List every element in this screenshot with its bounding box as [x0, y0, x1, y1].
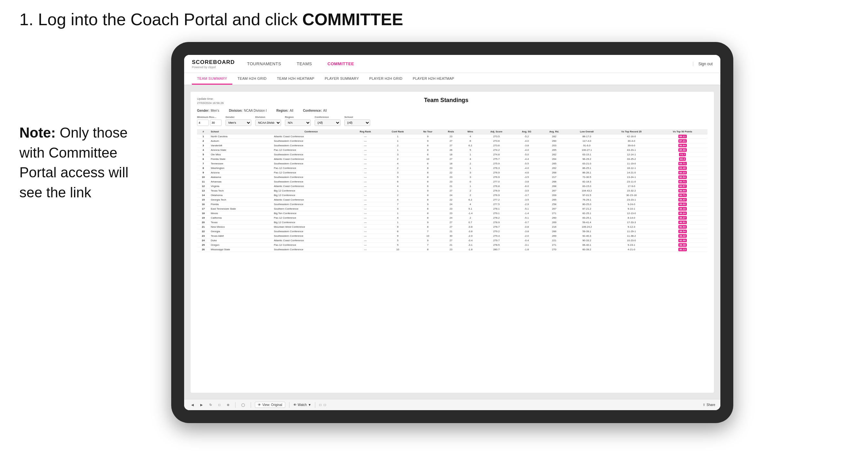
cell-school: Virginia [210, 184, 273, 189]
region-value: All [290, 109, 293, 113]
cell-rank: 5 [197, 152, 210, 157]
cell-conference: Pac-12 Conference [273, 170, 350, 175]
cell-conference: Big 12 Conference [273, 193, 350, 198]
cell-points: 60.57 [657, 184, 708, 189]
cell-conf-rank: 2 [381, 157, 414, 161]
cell-vs-top: 4-21-0 [606, 247, 657, 252]
division-select[interactable]: NCAA Division I [255, 120, 281, 126]
toolbar-reload[interactable]: ↻ [207, 402, 214, 408]
sign-out-link[interactable]: Sign out [693, 62, 713, 66]
cell-rnds: 24 [441, 216, 461, 220]
cell-low-overall: 76-29.1 [568, 198, 606, 202]
cell-rank: 21 [197, 225, 210, 229]
cell-adj-score: 277.5 [480, 202, 513, 207]
share-button[interactable]: ⇧ Share [703, 403, 715, 407]
cell-points: 60.94 [657, 175, 708, 180]
cell-wins: -3.8 [461, 229, 480, 234]
cell-rnds: 21 [441, 229, 461, 234]
cell-adj-score: 279.4 [480, 234, 513, 238]
cell-rank: 16 [197, 202, 210, 207]
cell-conference: Big 12 Conference [273, 189, 350, 193]
cell-conference: Southeastern Conference [273, 175, 350, 180]
gender-select[interactable]: Men's [225, 120, 251, 126]
subnav-player-h2h-heatmap[interactable]: PLAYER H2H HEATMAP [408, 73, 459, 85]
cell-avg-sg: -4.6 [513, 170, 540, 175]
table-row: 17 East Tennessee State Southern Confere… [197, 207, 708, 211]
cell-conference: Southeastern Conference [273, 202, 350, 207]
cell-school: Tennessee [210, 161, 273, 166]
cell-wins: -1.4 [461, 211, 480, 216]
tablet-screen: SCOREBOARD Powered by clippd TOURNAMENTS… [184, 55, 720, 410]
cell-wins: 0.7 [461, 220, 480, 225]
scoreboard-logo: SCOREBOARD Powered by clippd [192, 59, 235, 69]
cell-wins: 1 [461, 184, 480, 189]
cell-low-overall: 96-29.2 [568, 157, 606, 161]
subnav-team-h2h-heatmap[interactable]: TEAM H2H HEATMAP [272, 73, 319, 85]
cell-rank: 4 [197, 148, 210, 152]
cell-vs-top: 30-4-0 [606, 139, 657, 144]
region-control-label: Region [285, 116, 311, 119]
min-rounds-max-input[interactable] [210, 120, 222, 126]
cell-avg-sg: -2.9 [513, 202, 540, 207]
cell-no-tour: 6 [414, 184, 441, 189]
toolbar-forward[interactable]: ▶ [198, 402, 205, 408]
cell-no-tour: 10 [414, 157, 441, 161]
main-content: Update time: 27/03/2024 16:56:26 Team St… [184, 85, 720, 399]
update-time-label: Update time: [197, 97, 214, 100]
conference-select[interactable]: (All) [315, 120, 340, 126]
subnav-team-summary[interactable]: TEAM SUMMARY [192, 73, 232, 85]
cell-conference: Southeastern Conference [273, 229, 350, 234]
subnav-team-h2h-grid[interactable]: TEAM H2H GRID [232, 73, 272, 85]
view-original-button[interactable]: 👁 View: Original [255, 402, 285, 408]
toolbar-back[interactable]: ◀ [189, 402, 196, 408]
cell-avg-rd: 258 [540, 202, 568, 207]
school-select[interactable]: (All) [344, 120, 370, 126]
cell-vs-top: 39-6-0 [606, 144, 657, 148]
col-reg-rank: Reg Rank [349, 129, 381, 134]
watch-label: Watch [298, 403, 307, 407]
cell-reg-rank: — [349, 198, 381, 202]
min-rounds-min-input[interactable] [197, 120, 209, 126]
nav-committee[interactable]: COMMITTEE [325, 60, 357, 67]
cell-no-tour: 9 [414, 202, 441, 207]
watch-button[interactable]: 👁 Watch ▼ [293, 403, 311, 407]
subnav-player-h2h-grid[interactable]: PLAYER H2H GRID [364, 73, 408, 85]
cell-reg-rank: — [349, 152, 381, 157]
cell-wins: 0 [461, 180, 480, 184]
nav-teams[interactable]: TEAMS [294, 60, 314, 67]
cell-conference: Atlantic Coast Conference [273, 238, 350, 243]
region-select[interactable]: N/A [285, 120, 311, 126]
subnav-player-summary[interactable]: PLAYER SUMMARY [319, 73, 364, 85]
table-head: # School Conference Reg Rank Conf Rank N… [197, 129, 708, 134]
cell-rank: 2 [197, 139, 210, 144]
cell-low-overall: 88-17.0 [568, 134, 606, 139]
cell-avg-rd: 217 [540, 175, 568, 180]
bottom-toolbar: ◀ ▶ ↻ □ ⊕ ◯ 👁 View: Original 👁 Watch ▼ □… [184, 399, 720, 410]
cell-rnds: 18 [441, 152, 461, 157]
cell-conf-rank: 5 [381, 175, 414, 180]
cell-avg-sg: -5.1 [513, 216, 540, 220]
col-avg-sg: Avg. SG [513, 129, 540, 134]
cell-reg-rank: — [349, 243, 381, 247]
cell-vs-top: 9-12-3 [606, 225, 657, 229]
cell-avg-rd: 216 [540, 225, 568, 229]
update-time-value: 27/03/2024 16:56:26 [197, 101, 224, 105]
cell-rank: 23 [197, 234, 210, 238]
cell-avg-sg: -3.5 [513, 189, 540, 193]
cell-rnds: 27 [441, 189, 461, 193]
cell-avg-sg: -3.5 [513, 198, 540, 202]
content-panel: Update time: 27/03/2024 16:56:26 Team St… [191, 92, 714, 393]
cell-wins: 5 [461, 148, 480, 152]
toolbar-clock[interactable]: ◯ [239, 402, 247, 408]
cell-points: 48.27 [657, 216, 708, 220]
nav-tournaments[interactable]: TOURNAMENTS [245, 60, 284, 67]
cell-adj-score: 278.7 [480, 225, 513, 229]
toolbar-more2[interactable]: ⊕ [225, 402, 231, 408]
toolbar-more1[interactable]: □ [216, 402, 222, 408]
table-row: 8 Washington Pac-12 Conference — 2 8 23 … [197, 166, 708, 170]
cell-conf-rank: 4 [381, 216, 414, 220]
cell-points: 87.21 [657, 139, 708, 144]
table-row: 15 Georgia Tech Atlantic Coast Conferenc… [197, 198, 708, 202]
toolbar-copy[interactable]: □ [319, 403, 321, 407]
toolbar-fullscreen[interactable]: □ [324, 403, 326, 407]
